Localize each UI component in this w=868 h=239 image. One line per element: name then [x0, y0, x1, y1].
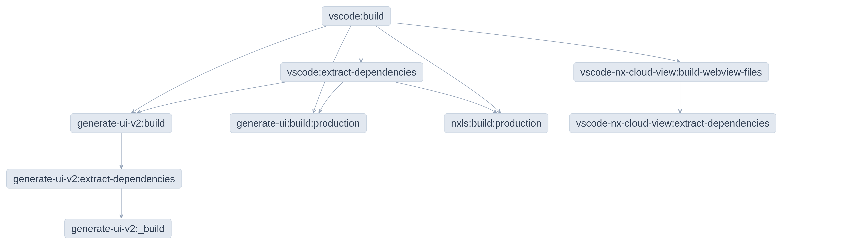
node-generate-ui-v2-extract-dependencies[interactable]: generate-ui-v2:extract-dependencies	[6, 169, 182, 188]
node-vscode-nx-cloud-view-extract-dependencies[interactable]: vscode-nx-cloud-view:extract-dependencie…	[569, 113, 776, 133]
node-vscode-nx-cloud-view-build-webview-files[interactable]: vscode-nx-cloud-view:build-webview-files	[574, 62, 769, 82]
edge-root-to-cloud-webview	[395, 23, 680, 62]
edge-extract-to-gen-build-prod	[319, 81, 344, 113]
node-generate-ui-v2-underscore-build[interactable]: generate-ui-v2:_build	[64, 219, 172, 238]
edge-extract-to-gen-v2-build	[137, 81, 290, 113]
node-label: vscode:extract-dependencies	[287, 66, 416, 78]
node-label: generate-ui:build:production	[237, 118, 360, 129]
node-vscode-build[interactable]: vscode:build	[322, 6, 391, 26]
node-label: generate-ui-v2:_build	[71, 223, 165, 234]
node-label: nxls:build:production	[451, 118, 541, 129]
node-vscode-extract-dependencies[interactable]: vscode:extract-dependencies	[280, 62, 423, 82]
edge-extract-to-nxls-build-prod	[392, 81, 497, 113]
node-generate-ui-v2-build[interactable]: generate-ui-v2:build	[70, 113, 172, 133]
node-label: vscode-nx-cloud-view:build-webview-files	[580, 66, 762, 78]
node-generate-ui-build-production[interactable]: generate-ui:build:production	[230, 113, 367, 133]
node-label: generate-ui-v2:extract-dependencies	[13, 173, 175, 184]
node-label: generate-ui-v2:build	[77, 118, 165, 129]
node-label: vscode-nx-cloud-view:extract-dependencie…	[576, 118, 769, 129]
node-nxls-build-production[interactable]: nxls:build:production	[444, 113, 549, 133]
node-label: vscode:build	[329, 10, 384, 22]
